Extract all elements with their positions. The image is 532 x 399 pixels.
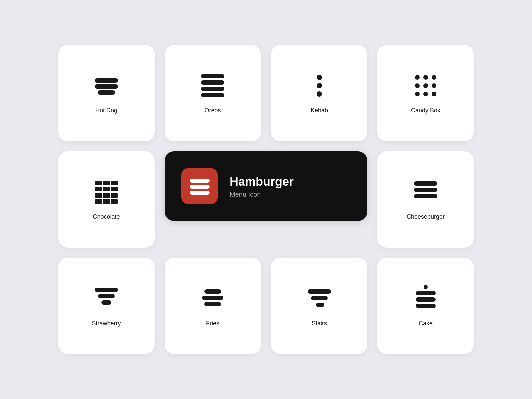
card-strawberry[interactable]: Strawberry [58,258,155,354]
stairs-icon [306,285,332,312]
featured-subtitle: Menu Icon [230,191,294,198]
svg-point-8 [317,83,322,88]
svg-rect-21 [95,193,118,198]
card-kebab[interactable]: Kebab [271,45,367,141]
svg-rect-2 [98,90,115,95]
svg-point-11 [423,75,428,80]
svg-rect-20 [95,187,118,191]
oreos-icon [200,72,226,99]
svg-rect-44 [416,304,436,308]
chocolate-icon [93,179,120,205]
card-chocolate[interactable]: Chocolate [58,151,155,248]
svg-rect-36 [202,296,223,300]
card-hamburger-featured[interactable]: Hamburger Menu Icon [165,151,367,221]
hamburger-app-icon [181,168,218,204]
featured-text: Hamburger Menu Icon [230,175,294,198]
card-stairs[interactable]: Stairs [271,258,367,354]
chocolate-label: Chocolate [93,213,120,220]
svg-point-7 [317,75,322,80]
svg-rect-32 [95,288,118,292]
candy-box-label: Candy Box [411,107,440,114]
main-grid: Hot Dog Oreos Kebab [42,28,490,371]
svg-rect-40 [316,303,324,307]
svg-point-15 [432,83,436,88]
svg-rect-0 [95,78,118,83]
fries-label: Fries [206,320,219,327]
svg-rect-37 [204,302,221,306]
cheeseburger-label: Cheeseburger [407,213,445,220]
cake-label: Cake [419,320,433,327]
card-fries[interactable]: Fries [165,258,261,354]
kebab-icon [306,72,332,99]
oreos-label: Oreos [204,107,221,114]
fries-icon [200,285,226,312]
svg-point-12 [432,75,436,80]
svg-point-41 [424,285,428,289]
card-candy-box[interactable]: Candy Box [377,45,474,141]
cake-icon [412,285,439,312]
svg-rect-26 [190,185,210,189]
card-cake[interactable]: Cake [377,258,474,354]
cheeseburger-icon [412,179,439,205]
svg-point-13 [415,83,420,88]
hot-dog-icon [93,72,120,99]
svg-rect-22 [95,200,118,204]
svg-rect-29 [414,188,437,192]
svg-point-14 [423,83,428,88]
svg-rect-34 [101,300,111,305]
svg-rect-31 [414,194,437,198]
svg-point-17 [423,92,428,96]
svg-rect-25 [190,179,210,183]
card-hot-dog[interactable]: Hot Dog [58,45,155,141]
card-oreos[interactable]: Oreos [165,45,261,141]
svg-rect-3 [201,74,224,78]
svg-rect-28 [414,181,437,186]
svg-rect-38 [308,289,331,294]
hot-dog-label: Hot Dog [95,107,117,114]
svg-rect-42 [416,291,436,295]
svg-point-18 [432,92,436,96]
svg-rect-39 [311,296,328,300]
svg-rect-19 [95,181,118,185]
svg-point-10 [415,75,420,80]
strawberry-label: Strawberry [92,320,121,327]
svg-rect-43 [416,297,436,302]
svg-rect-33 [98,294,115,298]
svg-rect-6 [201,93,224,97]
svg-rect-1 [95,84,118,89]
featured-title: Hamburger [230,175,294,189]
svg-rect-27 [190,191,210,195]
svg-point-16 [415,92,420,96]
candy-box-icon [412,72,439,99]
strawberry-icon [93,285,120,312]
svg-rect-35 [204,289,221,294]
stairs-label: Stairs [312,320,327,327]
kebab-label: Kebab [311,107,328,114]
svg-rect-5 [201,87,224,91]
svg-point-9 [317,91,322,97]
svg-rect-4 [201,80,224,85]
card-cheeseburger[interactable]: Cheeseburger [377,151,474,248]
